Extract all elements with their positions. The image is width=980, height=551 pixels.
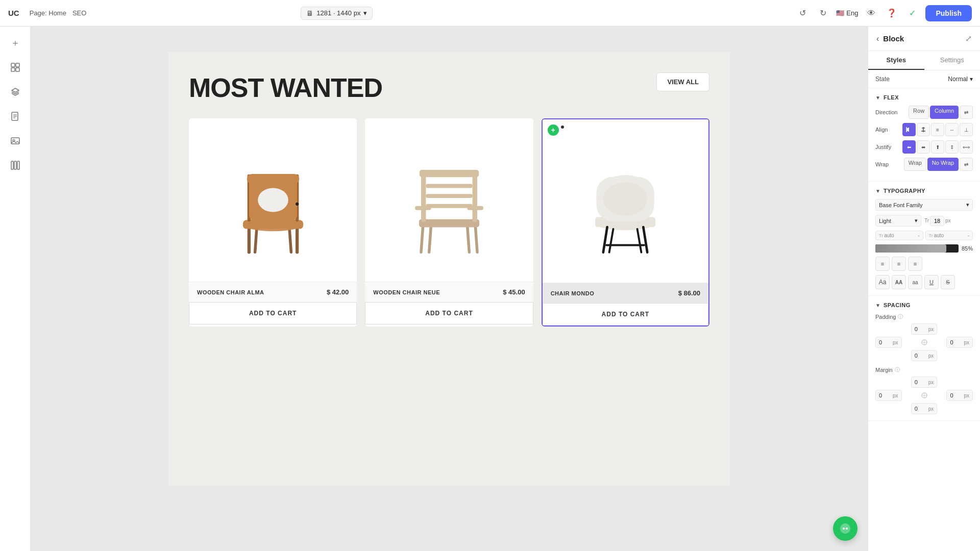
svg-rect-18: [243, 220, 303, 229]
margin-bottom-input[interactable]: [915, 406, 927, 412]
tr-small-icon: Tr: [879, 233, 883, 238]
font-size-input[interactable]: [930, 216, 944, 226]
margin-left-input[interactable]: [879, 392, 891, 398]
justify-between-btn[interactable]: ⇕: [945, 140, 959, 154]
add-to-cart-3[interactable]: ADD TO CART: [543, 303, 708, 325]
justify-around-btn[interactable]: ⟺: [960, 140, 973, 154]
opacity-bar[interactable]: [875, 244, 959, 253]
product-image-3[interactable]: +: [543, 119, 708, 283]
padding-top-input[interactable]: [915, 326, 927, 332]
wrap-reverse-btn[interactable]: ⇄: [960, 158, 973, 171]
seo-label[interactable]: SEO: [72, 9, 86, 17]
justify-start-btn[interactable]: ⬅: [902, 140, 916, 154]
margin-top-field[interactable]: px: [911, 377, 938, 388]
add-to-cart-1[interactable]: ADD TO CART: [189, 302, 357, 324]
state-label: State: [875, 76, 890, 83]
svg-rect-11: [14, 161, 16, 169]
text-style-lowercase-btn[interactable]: aa: [908, 275, 922, 289]
tab-settings[interactable]: Settings: [924, 51, 981, 70]
text-style-strikethrough-btn[interactable]: S: [941, 275, 955, 289]
padding-left-field[interactable]: px: [875, 337, 902, 348]
margin-info-icon[interactable]: ⓘ: [895, 366, 900, 373]
padding-right-field[interactable]: px: [946, 337, 973, 348]
align-start-btn[interactable]: [902, 123, 916, 136]
product-image-2[interactable]: [365, 118, 533, 282]
text-style-uppercase-btn[interactable]: AA: [892, 275, 906, 289]
viewport-selector[interactable]: 🖥 1281 · 1440 px ▾: [301, 7, 373, 20]
text-align-left-btn[interactable]: ≡: [875, 257, 890, 271]
padding-top-field[interactable]: px: [911, 323, 938, 335]
undo-button[interactable]: ↺: [795, 6, 810, 20]
panel-back-button[interactable]: ‹: [876, 34, 879, 43]
auto-field-2[interactable]: Tr auto -: [925, 231, 973, 240]
svg-line-26: [475, 224, 477, 252]
margin-right-input[interactable]: [950, 392, 962, 398]
redo-button[interactable]: ↻: [816, 6, 830, 20]
align-center-btn[interactable]: [917, 123, 930, 136]
dash-2: -: [968, 233, 969, 238]
page-label[interactable]: Page: Home: [30, 9, 66, 17]
align-baseline-btn[interactable]: ⊥: [960, 123, 973, 136]
sidebar-item-columns[interactable]: [5, 155, 26, 176]
padding-bottom-field[interactable]: px: [911, 350, 938, 361]
logo: UC: [8, 9, 19, 17]
add-to-cart-2[interactable]: ADD TO CART: [365, 302, 533, 324]
text-style-row: Aa AA aa U S: [875, 275, 973, 289]
margin-right-field[interactable]: px: [946, 390, 973, 401]
padding-right-input[interactable]: [950, 339, 962, 345]
add-element-button[interactable]: +: [548, 124, 559, 136]
product-image-1[interactable]: [189, 118, 357, 282]
font-weight-select[interactable]: Light ▾: [875, 215, 921, 227]
padding-link-icon[interactable]: [904, 338, 945, 346]
language-selector[interactable]: 🇺🇸 Eng: [836, 9, 858, 17]
view-all-button[interactable]: VIEW ALL: [656, 72, 709, 91]
svg-line-45: [609, 229, 614, 253]
direction-reverse-btn[interactable]: ⇄: [960, 106, 973, 119]
padding-info-icon[interactable]: ⓘ: [898, 313, 903, 320]
state-select[interactable]: Normal ▾: [948, 76, 973, 83]
panel-expand-button[interactable]: ⤢: [965, 34, 972, 43]
sidebar-item-pages[interactable]: [5, 106, 26, 127]
margin-bottom-field[interactable]: px: [911, 403, 938, 414]
check-button[interactable]: ✓: [905, 6, 919, 20]
spacing-collapse-button[interactable]: ▼: [875, 303, 880, 308]
text-align-right-btn[interactable]: ≡: [908, 257, 922, 271]
publish-button[interactable]: Publish: [925, 5, 972, 21]
direction-row-btn[interactable]: Row: [909, 106, 929, 119]
sidebar-item-layers[interactable]: [5, 82, 26, 102]
sidebar-item-components[interactable]: [5, 57, 26, 78]
margin-left-field[interactable]: px: [875, 390, 902, 401]
direction-column-btn[interactable]: Column: [930, 106, 959, 119]
preview-button[interactable]: 👁: [864, 6, 878, 20]
font-family-select[interactable]: Base Font Family ▾: [875, 199, 973, 211]
no-wrap-btn[interactable]: No Wrap: [927, 158, 959, 171]
justify-end-btn[interactable]: ⬆: [931, 140, 944, 154]
chevron-down-icon: ▾: [915, 217, 918, 224]
topbar: UC Page: Home SEO 🖥 1281 · 1440 px ▾ ↺ ↻…: [0, 0, 980, 27]
text-style-underline-btn[interactable]: U: [924, 275, 939, 289]
chat-button[interactable]: [833, 516, 857, 541]
svg-rect-0: [11, 63, 15, 67]
wrap-btn[interactable]: Wrap: [904, 158, 926, 171]
text-style-capitalize-btn[interactable]: Aa: [875, 275, 890, 289]
svg-rect-34: [426, 204, 472, 208]
text-align-center-btn[interactable]: ≡: [892, 257, 906, 271]
padding-bottom-input[interactable]: [915, 353, 927, 359]
image-label-badge: ◀ Image: [543, 118, 583, 119]
justify-center-btn[interactable]: ⬌: [917, 140, 930, 154]
auto-field-1[interactable]: Tr auto -: [875, 231, 923, 240]
padding-left-input[interactable]: [879, 339, 891, 345]
flex-collapse-button[interactable]: ▼: [875, 95, 880, 101]
auto-row: Tr auto - Tr auto -: [875, 231, 973, 240]
help-button[interactable]: ❓: [885, 6, 899, 20]
align-stretch-btn[interactable]: ↔: [945, 123, 959, 136]
typography-collapse-button[interactable]: ▼: [875, 188, 880, 194]
margin-link-icon[interactable]: [904, 391, 945, 399]
svg-line-43: [603, 227, 607, 253]
margin-top-input[interactable]: [915, 379, 927, 385]
tab-styles[interactable]: Styles: [868, 51, 924, 70]
state-value: Normal: [948, 76, 968, 83]
sidebar-item-add[interactable]: ＋: [5, 33, 26, 53]
align-end-btn[interactable]: ≡: [931, 123, 944, 136]
sidebar-item-images[interactable]: [5, 131, 26, 151]
